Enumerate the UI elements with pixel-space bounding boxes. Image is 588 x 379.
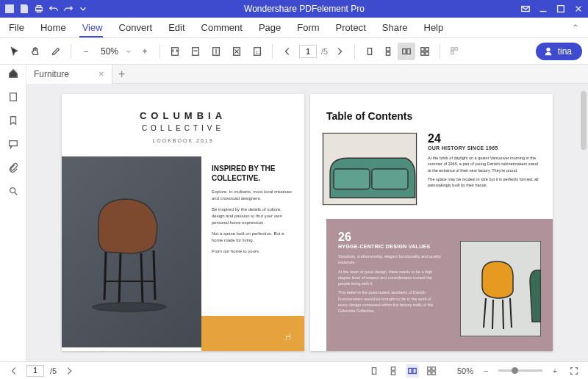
- new-tab-button[interactable]: +: [112, 65, 132, 84]
- status-zoom-out-icon[interactable]: −: [479, 364, 492, 378]
- svg-text:1:1: 1:1: [255, 48, 262, 54]
- svg-point-28: [93, 303, 166, 311]
- toc-p-2c: This belief in the postmodern aesthetic …: [338, 289, 441, 314]
- fit-width-icon[interactable]: [187, 43, 204, 60]
- yellow-chair-photo: [460, 241, 541, 336]
- menu-share[interactable]: Share: [382, 22, 408, 33]
- status-facing-cont-view-icon[interactable]: [425, 364, 438, 378]
- attachments-panel-icon[interactable]: [6, 160, 21, 175]
- hand-tool-icon[interactable]: [26, 43, 44, 60]
- status-next-icon[interactable]: [62, 364, 76, 378]
- toc-title: Table of Contents: [326, 110, 553, 122]
- dropdown-icon[interactable]: [78, 4, 88, 14]
- search-panel-icon[interactable]: [6, 184, 21, 198]
- statusbar: /5 50% − +: [0, 361, 588, 379]
- facing-view-icon[interactable]: [398, 43, 415, 60]
- svg-rect-34: [391, 367, 395, 369]
- document-canvas[interactable]: COLUMBIA COLLECTIVE LOOKBOOK 2019 INSPIR…: [26, 84, 588, 361]
- menu-form[interactable]: Form: [297, 22, 319, 33]
- zoom-dropdown-icon[interactable]: [124, 43, 133, 60]
- status-fit-icon[interactable]: [567, 364, 581, 378]
- p1-heading: INSPIRED BY THE COLLECTIVE.: [212, 164, 294, 183]
- menu-page[interactable]: Page: [259, 22, 281, 33]
- svg-rect-20: [426, 51, 429, 54]
- next-page-icon[interactable]: [331, 43, 348, 60]
- status-page-input[interactable]: [26, 365, 44, 377]
- status-continuous-view-icon[interactable]: [387, 364, 400, 378]
- home-icon[interactable]: [6, 66, 21, 81]
- continuous-view-icon[interactable]: [379, 43, 397, 60]
- menu-help[interactable]: Help: [424, 22, 444, 33]
- svg-rect-18: [426, 47, 429, 50]
- actual-size-icon[interactable]: 1:1: [248, 43, 266, 60]
- toolbar: − 50% + 1:1 /5 tina: [0, 38, 588, 65]
- orange-block: ⑁: [201, 316, 304, 351]
- undo-icon[interactable]: [49, 4, 59, 14]
- save-icon[interactable]: [19, 4, 29, 14]
- status-prev-icon[interactable]: [7, 364, 21, 378]
- p1-para4: From our home to yours.: [212, 248, 294, 255]
- svg-rect-35: [391, 371, 395, 374]
- svg-rect-40: [428, 371, 431, 374]
- svg-point-27: [10, 188, 15, 193]
- thumbnails-panel-icon[interactable]: [6, 90, 21, 104]
- zoom-out-icon[interactable]: −: [77, 43, 95, 60]
- page-input[interactable]: [299, 45, 317, 58]
- svg-rect-17: [421, 47, 424, 50]
- svg-rect-16: [407, 48, 410, 54]
- toc-p-2a: Simplicity, craftsmanship, elegant funct…: [338, 253, 441, 266]
- edit-tool-icon[interactable]: [47, 43, 65, 60]
- minimize-icon[interactable]: [538, 4, 548, 14]
- status-facing-view-icon[interactable]: [406, 364, 419, 378]
- chair-glyph-icon: ⑁: [285, 331, 291, 342]
- status-single-view-icon[interactable]: [368, 364, 381, 378]
- svg-rect-31: [372, 169, 408, 189]
- menu-home[interactable]: Home: [40, 22, 66, 33]
- svg-rect-22: [455, 47, 458, 50]
- bookmarks-panel-icon[interactable]: [6, 113, 21, 128]
- facing-continuous-view-icon[interactable]: [416, 43, 434, 60]
- menu-edit[interactable]: Edit: [168, 22, 184, 33]
- mail-icon[interactable]: [520, 4, 531, 14]
- tab-close-icon[interactable]: ×: [98, 68, 104, 79]
- toc-p-2b: At the heart of good design, there needs…: [338, 269, 441, 287]
- status-zoom-in-icon[interactable]: +: [548, 364, 562, 378]
- page-2: Table of Contents 24 OUR HISTORY SINCE 1…: [310, 94, 553, 351]
- single-page-view-icon[interactable]: [361, 43, 379, 60]
- user-button[interactable]: tina: [536, 43, 582, 60]
- toc-num-2: 26: [338, 231, 441, 244]
- fit-height-icon[interactable]: [207, 43, 225, 60]
- menubar: File Home View Convert Edit Comment Page…: [0, 18, 588, 38]
- zoom-in-icon[interactable]: +: [136, 43, 154, 60]
- scrollbar[interactable]: [581, 91, 587, 150]
- menu-comment[interactable]: Comment: [201, 22, 243, 33]
- p1-para3: Not a space built on perfection. But a h…: [212, 231, 294, 244]
- zoom-value[interactable]: 50%: [98, 46, 121, 57]
- menu-file[interactable]: File: [9, 22, 24, 33]
- svg-rect-41: [432, 371, 435, 374]
- comments-panel-icon[interactable]: [6, 137, 21, 151]
- app-title: Wondershare PDFelement Pro: [88, 4, 520, 14]
- fit-page-icon[interactable]: [166, 43, 184, 60]
- close-icon[interactable]: [573, 4, 584, 14]
- fit-visible-icon[interactable]: [228, 43, 245, 60]
- svg-rect-12: [368, 48, 372, 54]
- sofa-photo: [322, 132, 417, 206]
- zoom-slider[interactable]: [498, 369, 542, 372]
- page-total: /5: [321, 47, 328, 56]
- menu-view[interactable]: View: [82, 22, 103, 33]
- svg-rect-25: [10, 93, 16, 101]
- svg-rect-23: [451, 51, 454, 54]
- svg-rect-0: [6, 5, 14, 13]
- svg-rect-5: [558, 6, 564, 12]
- print-icon[interactable]: [34, 4, 44, 14]
- tab-furniture[interactable]: Furniture ×: [26, 65, 112, 84]
- collapse-ribbon-icon[interactable]: ⌃: [572, 23, 579, 33]
- select-tool-icon[interactable]: [6, 43, 24, 60]
- menu-convert[interactable]: Convert: [119, 22, 153, 33]
- maximize-icon[interactable]: [556, 4, 566, 14]
- prev-page-icon[interactable]: [279, 43, 296, 60]
- redo-icon[interactable]: [63, 4, 74, 14]
- menu-protect[interactable]: Protect: [336, 22, 366, 33]
- thumbnail-view-icon[interactable]: [446, 43, 464, 60]
